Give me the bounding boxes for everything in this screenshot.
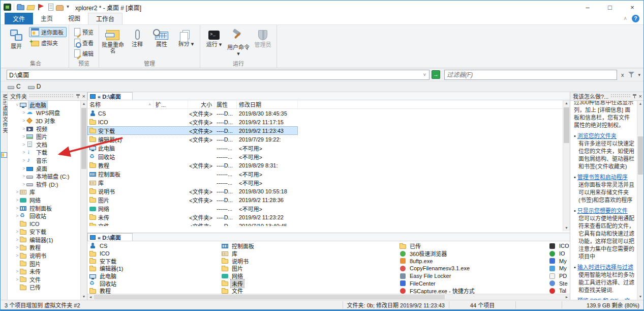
flag-icon[interactable] <box>37 4 45 11</box>
file-item-网络[interactable]: 网络 <box>222 272 351 280</box>
address-dropdown-icon[interactable]: ˅ <box>422 72 427 77</box>
tab-工作台[interactable]: 工作台 <box>88 13 122 24</box>
close-button[interactable]: × <box>621 1 643 14</box>
bottom-hscrollbar[interactable]: ◄ ► <box>87 294 570 300</box>
openfolder-icon[interactable] <box>26 5 35 10</box>
scroll-thumb[interactable] <box>638 136 643 175</box>
file-row-教程[interactable]: 教程<文件夹>----D...2019/8/29 8:31: <box>87 161 298 169</box>
file-item-FileCenter[interactable]: FileCenter <box>400 279 529 287</box>
批量重命名-button[interactable]: 批量重命名 <box>101 26 125 59</box>
tree-item-教程[interactable]: >教程 <box>8 244 80 252</box>
column-header-属性[interactable]: 属性 <box>214 100 237 108</box>
file-item-PD[interactable]: PD <box>549 272 570 280</box>
clear-filter-button[interactable]: x <box>619 72 626 78</box>
main-list-scrollbar[interactable]: ▲ ▼ <box>563 100 570 231</box>
scroll-down-icon[interactable]: ▼ <box>637 294 643 300</box>
tree-item-此电脑[interactable]: ˅此电脑 <box>8 101 80 109</box>
tree-item-编辑器(1)[interactable]: >编辑器(1) <box>8 236 80 244</box>
help-icon[interactable]: ? <box>632 15 639 22</box>
tree-item-WPS网盘[interactable]: >WPS网盘 <box>8 109 80 117</box>
mini-panel-tab-icon[interactable] <box>1 152 7 158</box>
pin-icon[interactable] <box>76 94 80 99</box>
file-item-未传[interactable]: 未传 <box>222 279 351 287</box>
app-icon[interactable] <box>4 4 11 11</box>
close-panel-icon[interactable]: × <box>82 94 85 99</box>
file-item-IO[interactable]: IO <box>549 250 570 258</box>
tree-item-库[interactable]: >库 <box>8 188 80 196</box>
file-item-教程[interactable]: 教程 <box>89 287 219 294</box>
tree-item-ICO[interactable]: ICO <box>8 220 80 228</box>
expander-icon[interactable]: > <box>21 158 26 163</box>
close-panel-icon[interactable]: × <box>639 94 642 99</box>
drop-icon[interactable] <box>66 4 71 11</box>
scroll-thumb[interactable] <box>81 108 86 169</box>
go-button[interactable]: → <box>432 70 440 79</box>
tree-item-本地磁盘 (C:)[interactable]: >本地磁盘 (C:) <box>8 172 80 180</box>
拆分-button[interactable]: 拆分 ▾ <box>174 26 198 59</box>
虚拟夹-button[interactable]: 虚拟夹 <box>29 38 67 48</box>
expander-icon[interactable]: > <box>21 174 26 179</box>
expander-icon[interactable]: > <box>21 142 26 147</box>
expander-icon[interactable]: > <box>15 229 20 234</box>
expander-icon[interactable]: > <box>21 166 26 171</box>
expander-icon[interactable]: > <box>15 269 20 274</box>
expander-icon[interactable]: > <box>15 206 20 211</box>
tree-item-未传[interactable]: >未传 <box>8 267 80 275</box>
file-item-360极速浏览器[interactable]: 360极速浏览器 <box>400 250 529 258</box>
expander-icon[interactable]: > <box>15 213 20 218</box>
scroll-thumb[interactable] <box>94 295 445 299</box>
file-row-图片[interactable]: 图片<文件夹>----D...2019/9/2 11:28:36 <box>87 195 298 204</box>
expander-icon[interactable]: > <box>15 189 20 194</box>
file-row-回收站[interactable]: 回收站------...<不可用> <box>87 152 298 161</box>
expander-icon[interactable]: > <box>15 245 20 250</box>
file-item-CS[interactable]: CS <box>89 242 219 250</box>
help-scrollbar[interactable]: ▲ ▼ <box>637 101 643 300</box>
tree-item-回收站[interactable]: >回收站 <box>8 212 80 220</box>
tree-item-图片[interactable]: >图片 <box>8 132 80 140</box>
tree-item-图片[interactable]: 图片 <box>8 260 80 268</box>
minimize-button[interactable]: – <box>576 1 599 14</box>
file-row-ICO[interactable]: ICO<文件夹>----D...2019/9/2 11:17:15 <box>87 118 298 126</box>
tree-item-文件[interactable]: >文件 <box>8 275 80 284</box>
drive-tab-C[interactable]: C <box>8 83 21 90</box>
scroll-thumb[interactable] <box>564 107 569 143</box>
pin-icon[interactable] <box>632 94 637 99</box>
file-row-安下载[interactable]: 安下载<文件夹>----D...2019/9/2 11:23:43 <box>87 126 298 135</box>
file-item-ICO[interactable]: ICO <box>549 242 570 250</box>
file-row-CS[interactable]: CS<文件夹>----D...2019/8/30 18:45:35 <box>87 109 298 118</box>
file-item-此电脑[interactable]: 此电脑 <box>89 272 219 280</box>
folder-icon[interactable] <box>17 5 24 10</box>
tree-item-文档[interactable]: >文档 <box>8 140 80 149</box>
tree-item-控制面板[interactable]: >控制面板 <box>8 204 80 212</box>
filter-input[interactable] <box>447 71 615 78</box>
file-row-网络[interactable]: 网络------...<不可用> <box>87 204 298 213</box>
属性-button[interactable]: 属性 <box>150 26 173 59</box>
collapse-ribbon-icon[interactable]: ˄ <box>624 16 627 21</box>
funnel-icon[interactable] <box>628 71 636 78</box>
tree-item-下载[interactable]: >下载 <box>8 149 80 157</box>
file-item-控制面板[interactable]: 控制面板 <box>222 242 351 250</box>
help-link-输入时进行选择与过滤[interactable]: 输入时进行选择与过滤 <box>577 264 633 270</box>
file-item-My[interactable]: My <box>549 265 570 272</box>
file-item-已传[interactable]: 已传 <box>400 242 529 250</box>
funnel-dropdown-icon[interactable]: ▾ <box>638 72 640 77</box>
file-item-回收站[interactable]: 回收站 <box>89 279 219 287</box>
scroll-up-icon[interactable]: ▲ <box>637 101 643 107</box>
file-row-说明书[interactable]: 说明书<文件夹>----D...2019/8/30 10:55:18 <box>87 187 298 195</box>
file-item-安下载[interactable]: 安下载 <box>89 257 219 265</box>
expander-icon[interactable]: > <box>15 197 20 203</box>
file-row-文件[interactable]: 文件<文件夹>----D...2019/7/10 13:40:45 <box>87 221 298 226</box>
expander-icon[interactable]: > <box>21 182 26 187</box>
file-item-8uftp.exe[interactable]: 8uftp.exe <box>400 257 529 265</box>
help-link-只显示您想要的文件[interactable]: 只显示您想要的文件 <box>577 208 628 214</box>
scroll-right-icon[interactable]: ► <box>564 294 570 300</box>
file-item-Easy File Locker[interactable]: Easy File Locker <box>400 272 529 280</box>
迷你面板-button[interactable]: 迷你面板 <box>29 27 67 37</box>
column-header-扩...[interactable]: 扩... <box>154 100 188 108</box>
file-item-库[interactable]: 库 <box>222 250 351 258</box>
expander-icon[interactable]: > <box>15 237 20 242</box>
expander-icon[interactable]: > <box>21 118 26 123</box>
tree-item-桌面[interactable]: >桌面 <box>8 164 80 173</box>
tree-item-视频[interactable]: >视频 <box>8 125 80 133</box>
expander-icon[interactable]: > <box>15 277 20 282</box>
